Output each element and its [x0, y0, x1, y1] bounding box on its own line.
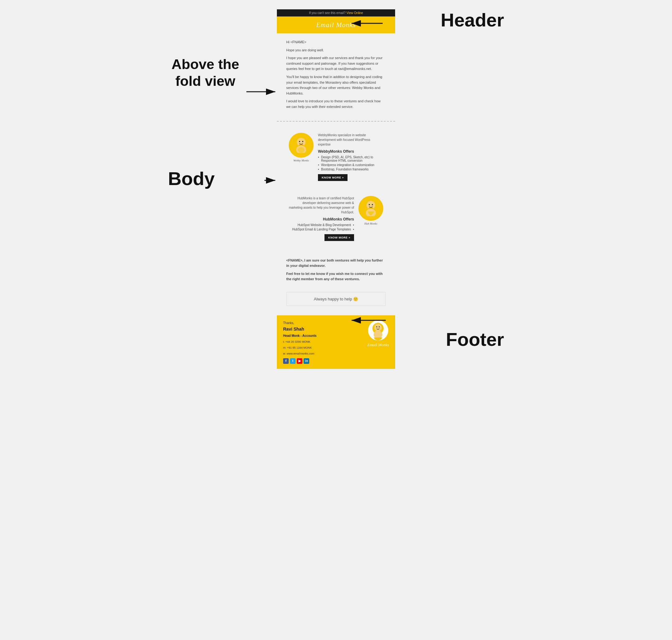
hubmonks-card: Hub Monks HubMonks is a team of certifie… — [283, 190, 389, 247]
list-item: Wordpress integration & customization — [318, 163, 383, 167]
svg-point-8 — [299, 141, 300, 142]
footer-social: f t ▶ in — [283, 358, 316, 364]
line4: I would love to introduce you to these v… — [286, 99, 386, 110]
hubmonks-label: Hub Monks — [364, 222, 377, 225]
webbymonks-title: WebbyMonks Offers — [318, 149, 383, 154]
svg-point-20 — [376, 326, 377, 328]
footer-thanks: Thanks, — [283, 320, 316, 325]
footer-annotation: Footer — [446, 329, 504, 350]
linkedin-icon[interactable]: in — [304, 358, 309, 364]
footer-brand-name: Email Monks — [368, 343, 389, 347]
line3: You'll be happy to know that in addition… — [286, 74, 386, 96]
footer-mobile: m: +91 85 1164 MONK — [283, 346, 316, 350]
hubmonks-content: HubMonks is a team of certified HubSpot … — [289, 196, 354, 241]
email-footer: Thanks, Ravi Shah Head Monk - Accounts t… — [277, 315, 395, 369]
webbymonks-know-more-button[interactable]: KNOW MORE » — [318, 174, 347, 181]
svg-point-16 — [372, 204, 373, 205]
pre-header-text: If you can't see this email? — [309, 11, 346, 15]
svg-point-19 — [374, 324, 382, 331]
hubmonks-avatar — [358, 196, 383, 221]
webbymonks-card: Webby Monks WebbyMonks specialize in web… — [283, 127, 389, 187]
footer-monk-icon — [368, 320, 388, 340]
webbymonks-content: WebbyMonks specialize in website develop… — [318, 133, 383, 181]
svg-point-11 — [298, 147, 304, 153]
footer-name: Ravi Shah — [283, 325, 316, 333]
footer-right: Email Monks — [368, 320, 389, 347]
line2: I hope you are pleased with our services… — [286, 55, 386, 72]
webbymonks-offers: Design (PSD, AI, EPS, Sketch, etc) to Re… — [318, 156, 383, 171]
footer-role: Head Monk - Accounts — [283, 333, 316, 338]
footer-monk-avatar — [368, 320, 388, 340]
hub-monk-icon — [360, 198, 382, 219]
sections-wrapper: Webby Monks WebbyMonks specialize in web… — [277, 124, 395, 253]
email-header: Email Monks — [277, 16, 395, 33]
closing-line2: Feel free to let me know if you wish me … — [286, 271, 386, 282]
list-item: HubSpot Website & Blog Development — [289, 223, 354, 227]
greeting: Hi <FNAME> — [286, 40, 386, 45]
happy-text: Always happy to help 🙂 — [314, 297, 358, 301]
closing-line1: <FNAME>, I am sure our both ventures wil… — [286, 258, 386, 269]
email-closing: <FNAME>, I am sure our both ventures wil… — [277, 253, 395, 289]
facebook-icon[interactable]: f — [283, 358, 289, 364]
hubmonks-know-more-button[interactable]: KNOW MORE » — [325, 234, 354, 241]
webby-monk-icon — [290, 134, 312, 156]
brand-name: Email Monks — [316, 21, 356, 29]
webbymonks-desc: WebbyMonks specialize in website develop… — [318, 133, 383, 147]
line1: Hope you are doing well. — [286, 47, 386, 53]
list-item: HubSpot Email & Landing Page Templates — [289, 228, 354, 231]
body-annotation: Body — [168, 168, 215, 189]
pre-header: If you can't see this email? View Online — [277, 9, 395, 16]
above-fold-annotation: Above the fold view — [168, 56, 243, 90]
happy-box: Always happy to help 🙂 — [286, 292, 386, 306]
hubmonks-desc: HubMonks is a team of certified HubSpot … — [289, 196, 354, 215]
webbymonks-label: Webby Monks — [294, 159, 309, 162]
hubmonks-title: HubMonks Offers — [289, 217, 354, 221]
list-item: Design (PSD, AI, EPS, Sketch, etc) to Re… — [318, 156, 383, 162]
footer-left: Thanks, Ravi Shah Head Monk - Accounts t… — [283, 320, 316, 364]
svg-point-9 — [302, 141, 303, 142]
hubmonks-avatar-wrapper: Hub Monks — [358, 196, 383, 225]
webbymonks-avatar-wrapper: Webby Monks — [289, 133, 314, 162]
fold-line — [277, 121, 395, 121]
twitter-icon[interactable]: t — [290, 358, 296, 364]
hubmonks-offers: HubSpot Website & Blog Development HubSp… — [289, 223, 354, 231]
list-item: Bootstrap, Foundation frameworks — [318, 168, 383, 171]
footer-website: w: www.emailmonks.com — [283, 351, 316, 356]
view-online-link[interactable]: View Online — [346, 11, 363, 15]
email-container: If you can't see this email? View Online… — [277, 9, 395, 369]
svg-point-15 — [369, 204, 370, 205]
header-annotation: Header — [441, 9, 504, 31]
webbymonks-avatar — [289, 133, 314, 158]
youtube-icon[interactable]: ▶ — [297, 358, 302, 364]
svg-point-21 — [378, 326, 380, 328]
email-body-intro: Hi <FNAME> Hope you are doing well. I ho… — [277, 33, 395, 118]
footer-phone: t: +44 20 3290 MONK — [283, 339, 316, 344]
